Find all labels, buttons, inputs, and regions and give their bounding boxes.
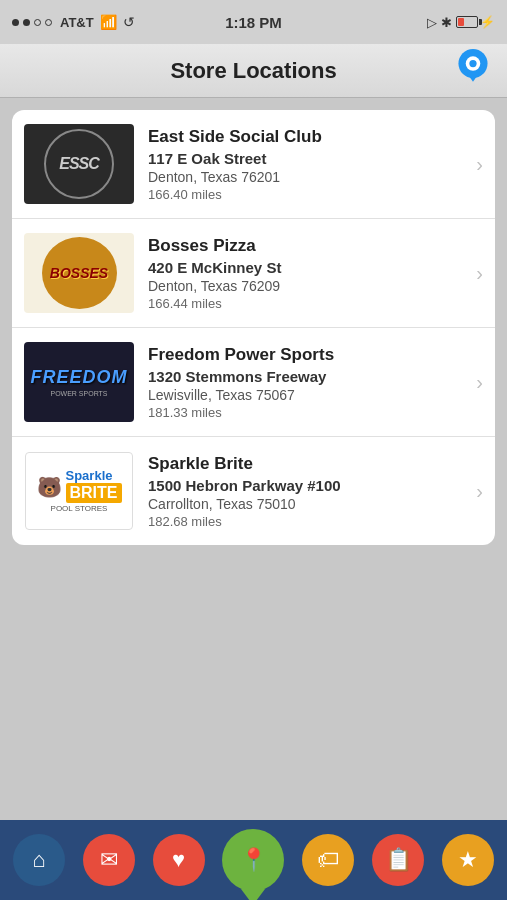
bluetooth-icon: ✱ [441, 15, 452, 30]
map-pin-button[interactable] [455, 49, 491, 93]
store-name-bosses: Bosses Pizza [148, 236, 468, 256]
tab-star[interactable]: ★ [442, 834, 494, 886]
store-logo-essc: ESSC [24, 124, 134, 204]
signal-dot-3 [34, 19, 41, 26]
location-icon: ▷ [427, 15, 437, 30]
store-info-freedom: Freedom Power Sports 1320 Stemmons Freew… [148, 345, 468, 420]
freedom-logo-text: FREEDOM [31, 367, 128, 388]
svg-point-2 [469, 59, 476, 66]
store-street-sparkle: 1500 Hebron Parkway #100 [148, 477, 468, 494]
sparkle-bear-icon: 🐻 [37, 475, 62, 499]
status-time: 1:18 PM [225, 14, 282, 31]
store-name-sparkle: Sparkle Brite [148, 454, 468, 474]
status-left: AT&T 📶 ↺ [12, 14, 135, 30]
chevron-icon-freedom: › [476, 371, 483, 394]
battery-fill [458, 18, 464, 26]
store-item-bosses-pizza[interactable]: BOSSES Bosses Pizza 420 E McKinney St De… [12, 219, 495, 328]
map-pin-icon [455, 49, 491, 89]
tab-heart[interactable]: ♥ [153, 834, 205, 886]
tab-mail[interactable]: ✉ [83, 834, 135, 886]
store-miles-freedom: 181.33 miles [148, 405, 468, 420]
store-list: ESSC East Side Social Club 117 E Oak Str… [12, 110, 495, 545]
essc-logo-text: ESSC [59, 155, 99, 173]
store-street-freedom: 1320 Stemmons Freeway [148, 368, 468, 385]
signal-dot-1 [12, 19, 19, 26]
store-item-sparkle-brite[interactable]: 🐻 Sparkle BRITE POOL STORES Sparkle Brit… [12, 437, 495, 545]
tab-bar: ⌂ ✉ ♥ 📍 🏷 📋 ★ [0, 820, 507, 900]
store-name-freedom: Freedom Power Sports [148, 345, 468, 365]
lightning-icon: ⚡ [480, 15, 495, 29]
essc-logo-inner: ESSC [44, 129, 114, 199]
sparkle-logo-inner: 🐻 Sparkle BRITE POOL STORES [25, 452, 133, 530]
tab-location-wrapper: 📍 [222, 829, 284, 891]
battery-icon [456, 16, 478, 28]
page-title: Store Locations [170, 58, 336, 84]
main-content: ESSC East Side Social Club 117 E Oak Str… [0, 98, 507, 820]
tab-clipboard[interactable]: 📋 [372, 834, 424, 886]
sparkle-logo-bot: POOL STORES [51, 504, 108, 513]
heart-icon: ♥ [172, 847, 185, 873]
store-logo-freedom: FREEDOM POWER SPORTS [24, 342, 134, 422]
store-miles-essc: 166.40 miles [148, 187, 468, 202]
store-city-sparkle: Carrollton, Texas 75010 [148, 496, 468, 512]
store-item-freedom-power-sports[interactable]: FREEDOM POWER SPORTS Freedom Power Sport… [12, 328, 495, 437]
chevron-icon-bosses: › [476, 262, 483, 285]
chevron-icon-essc: › [476, 153, 483, 176]
store-logo-bosses: BOSSES [24, 233, 134, 313]
wifi-icon: 📶 [100, 14, 117, 30]
store-miles-bosses: 166.44 miles [148, 296, 468, 311]
status-right: ▷ ✱ ⚡ [427, 15, 495, 30]
bosses-logo-text: BOSSES [50, 265, 108, 281]
sparkle-logo-row: 🐻 Sparkle BRITE [37, 469, 122, 504]
tag-icon: 🏷 [317, 847, 339, 873]
store-miles-sparkle: 182.68 miles [148, 514, 468, 529]
tab-location-triangle [241, 889, 265, 900]
tab-home[interactable]: ⌂ [13, 834, 65, 886]
carrier-name: AT&T [60, 15, 94, 30]
freedom-logo-sub: POWER SPORTS [50, 390, 107, 397]
store-item-east-side-social-club[interactable]: ESSC East Side Social Club 117 E Oak Str… [12, 110, 495, 219]
nav-header: Store Locations [0, 44, 507, 98]
mail-icon: ✉ [100, 847, 118, 873]
tab-tag[interactable]: 🏷 [302, 834, 354, 886]
chevron-icon-sparkle: › [476, 480, 483, 503]
bosses-logo-circle: BOSSES [42, 237, 117, 309]
store-city-bosses: Denton, Texas 76209 [148, 278, 468, 294]
star-icon: ★ [458, 847, 478, 873]
sparkle-logo-mid: BRITE [66, 483, 122, 503]
clipboard-icon: 📋 [385, 847, 412, 873]
tab-location[interactable]: 📍 [222, 829, 284, 891]
home-icon: ⌂ [32, 847, 45, 873]
signal-dot-4 [45, 19, 52, 26]
store-info-essc: East Side Social Club 117 E Oak Street D… [148, 127, 468, 202]
store-info-bosses: Bosses Pizza 420 E McKinney St Denton, T… [148, 236, 468, 311]
refresh-icon: ↺ [123, 14, 135, 30]
store-logo-sparkle: 🐻 Sparkle BRITE POOL STORES [24, 451, 134, 531]
signal-dot-2 [23, 19, 30, 26]
store-info-sparkle: Sparkle Brite 1500 Hebron Parkway #100 C… [148, 454, 468, 529]
store-city-freedom: Lewisville, Texas 75067 [148, 387, 468, 403]
store-street-bosses: 420 E McKinney St [148, 259, 468, 276]
battery-indicator: ⚡ [456, 15, 495, 29]
store-city-essc: Denton, Texas 76201 [148, 169, 468, 185]
store-street-essc: 117 E Oak Street [148, 150, 468, 167]
store-name-essc: East Side Social Club [148, 127, 468, 147]
status-bar: AT&T 📶 ↺ 1:18 PM ▷ ✱ ⚡ [0, 0, 507, 44]
sparkle-logo-top: Sparkle [66, 469, 122, 482]
location-tab-icon: 📍 [240, 847, 267, 873]
